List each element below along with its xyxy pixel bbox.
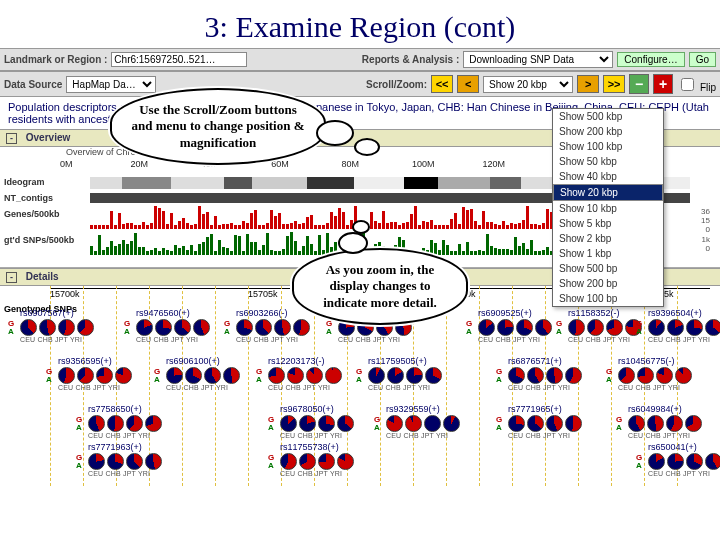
ideogram-label: Ideogram	[4, 177, 45, 187]
snp-item[interactable]: GArs9678050(+)CEU CHB JPT YRI	[280, 404, 375, 439]
snp-item[interactable]: GArs6049984(+)CEU CHB JPT YRI	[628, 404, 720, 439]
row-landmark: Landmark or Region : Reports & Analysis …	[0, 48, 720, 71]
zoom-option[interactable]: Show 5 kbp	[553, 216, 663, 231]
scroll-right-fast-button[interactable]: >>	[603, 75, 625, 93]
snp-item[interactable]: GArs6906100(+)CEU CHB JPT YRI	[166, 356, 261, 391]
zoom-option[interactable]: Show 500 kbp	[553, 109, 663, 124]
zoom-out-button[interactable]: −	[629, 74, 649, 94]
callout-scrollzoom: Use the Scroll/Zoom buttons and menu to …	[110, 88, 326, 165]
zoom-option[interactable]: Show 100 kbp	[553, 139, 663, 154]
collapse-details-button[interactable]: -	[6, 272, 17, 283]
reports-label: Reports & Analysis :	[362, 54, 459, 65]
snp-item[interactable]: GArs7758650(+)CEU CHB JPT YRI	[88, 404, 183, 439]
go-button[interactable]: Go	[689, 52, 716, 67]
scrollzoom-label: Scroll/Zoom:	[366, 79, 427, 90]
slide-title: 3: Examine Region (cont)	[0, 0, 720, 48]
snp-item[interactable]: GArs6907567(+)CEU CHB JPT YRI	[20, 308, 115, 343]
snp-density-label: gt'd SNPs/500kb	[4, 235, 74, 245]
snp-item[interactable]: GArs10456775(-)CEU CHB JPT YRI	[618, 356, 713, 391]
row-source: Data Source HapMap Da… Scroll/Zoom: << <…	[0, 71, 720, 97]
snp-item[interactable]: GArs650041(+)CEU CHB JPT YRI	[648, 442, 720, 477]
scroll-left-button[interactable]: <	[457, 75, 479, 93]
scroll-right-button[interactable]: >	[577, 75, 599, 93]
snp-item[interactable]: GArs12203173(-)CEU CHB JPT YRI	[268, 356, 363, 391]
zoom-select[interactable]: Show 20 kbp	[483, 76, 573, 93]
snp-item[interactable]: GArs9356595(+)CEU CHB JPT YRI	[58, 356, 153, 391]
zoom-option[interactable]: Show 500 bp	[553, 261, 663, 276]
source-label: Data Source	[4, 79, 62, 90]
zoom-option[interactable]: Show 1 kbp	[553, 246, 663, 261]
zoom-in-button[interactable]: +	[653, 74, 673, 94]
zoom-option[interactable]: Show 50 kbp	[553, 154, 663, 169]
landmark-label: Landmark or Region :	[4, 54, 107, 65]
genes-label: Genes/500kb	[4, 209, 60, 219]
zoom-option[interactable]: Show 100 bp	[553, 291, 663, 306]
zoom-option[interactable]: Show 20 kbp	[553, 184, 663, 201]
contigs-label: NT_contigs	[4, 193, 53, 203]
zoom-option[interactable]: Show 40 kbp	[553, 169, 663, 184]
snp-item[interactable]: GArs9329559(+)CEU CHB JPT YRI	[386, 404, 481, 439]
zoom-option[interactable]: Show 200 bp	[553, 276, 663, 291]
zoom-option[interactable]: Show 200 kbp	[553, 124, 663, 139]
snp-item[interactable]: GArs7771963(+)CEU CHB JPT YRI	[88, 442, 183, 477]
configure-button[interactable]: Configure…	[617, 52, 684, 67]
snp-item[interactable]: GArs9476560(+)CEU CHB JPT YRI	[136, 308, 231, 343]
callout-detail: As you zoom in, the display changes to i…	[292, 248, 468, 325]
snp-item[interactable]: GArs9396504(+)CEU CHB JPT YRI	[648, 308, 720, 343]
snp-item[interactable]: GArs7771965(+)CEU CHB JPT YRI	[508, 404, 603, 439]
flip-checkbox[interactable]: Flip	[677, 75, 716, 94]
snp-item[interactable]: GArs11755738(+)CEU CHB JPT YRI	[280, 442, 375, 477]
zoom-option[interactable]: Show 10 kbp	[553, 201, 663, 216]
landmark-input[interactable]	[111, 52, 247, 67]
snp-item[interactable]: GArs11759505(+)CEU CHB JPT YRI	[368, 356, 463, 391]
snp-item[interactable]: GArs6876571(+)CEU CHB JPT YRI	[508, 356, 603, 391]
source-select[interactable]: HapMap Da…	[66, 76, 156, 93]
zoom-option[interactable]: Show 2 kbp	[553, 231, 663, 246]
reports-select[interactable]: Downloading SNP Data	[463, 51, 613, 68]
zoom-dropdown-menu[interactable]: Show 500 kbpShow 200 kbpShow 100 kbpShow…	[552, 108, 664, 307]
scroll-left-fast-button[interactable]: <<	[431, 75, 453, 93]
collapse-overview-button[interactable]: -	[6, 133, 17, 144]
